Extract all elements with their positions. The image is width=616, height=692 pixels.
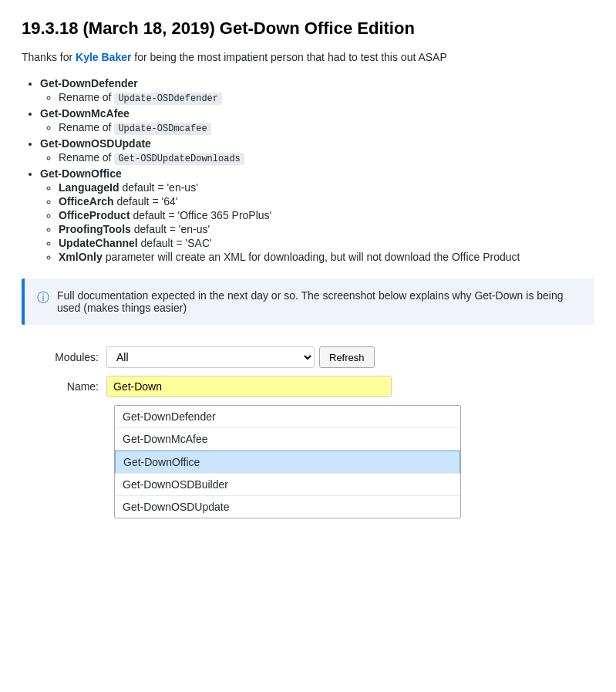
- name-label: Name:: [45, 380, 106, 393]
- list-item: Rename of Update-OSDmcafee: [59, 121, 594, 134]
- autocomplete-item[interactable]: Get-DownOSDUpdate: [115, 496, 460, 518]
- autocomplete-list: Get-DownDefender Get-DownMcAfee Get-Down…: [114, 405, 461, 518]
- sub-list: LanguageId default = 'en-us' OfficeArch …: [40, 181, 594, 263]
- name-row: Name:: [45, 376, 594, 397]
- item-name: Get-DownDefender: [40, 77, 138, 89]
- list-item: Get-DownDefender Rename of Update-OSDdef…: [40, 77, 594, 104]
- param-text: default = '64': [114, 195, 178, 208]
- code-tag: Update-OSDdefender: [114, 93, 222, 105]
- refresh-button[interactable]: Refresh: [319, 346, 375, 368]
- intro-suffix: for being the most impatient person that…: [131, 51, 446, 63]
- author-link[interactable]: Kyle Baker: [76, 51, 131, 63]
- list-item: Get-DownMcAfee Rename of Update-OSDmcafe…: [40, 107, 594, 134]
- item-name: Get-DownOffice: [40, 167, 122, 180]
- list-item: Rename of Get-OSDUpdateDownloads: [59, 151, 594, 164]
- list-item: XmlOnly parameter will create an XML for…: [59, 251, 594, 263]
- page-title: 19.3.18 (March 18, 2019) Get-Down Office…: [22, 19, 594, 39]
- param-bold: OfficeProduct: [59, 209, 130, 221]
- list-item: Rename of Update-OSDdefender: [59, 91, 594, 104]
- list-item: UpdateChannel default = 'SAC': [59, 237, 594, 249]
- param-bold: OfficeArch: [59, 195, 114, 208]
- list-item: OfficeProduct default = 'Office 365 ProP…: [59, 209, 594, 221]
- param-bold: UpdateChannel: [59, 237, 138, 249]
- form-section: Modules: All Get-Down Get-DownDefender G…: [22, 346, 594, 518]
- list-item: Get-DownOSDUpdate Rename of Get-OSDUpdat…: [40, 137, 594, 164]
- autocomplete-item[interactable]: Get-DownDefender: [115, 406, 460, 428]
- intro-text: Thanks for Kyle Baker for being the most…: [22, 51, 594, 63]
- modules-row: Modules: All Get-Down Get-DownDefender G…: [45, 346, 594, 368]
- item-name: Get-DownOSDUpdate: [40, 137, 151, 150]
- rename-label: Rename of: [59, 91, 114, 103]
- feature-list: Get-DownDefender Rename of Update-OSDdef…: [22, 77, 594, 263]
- param-text: default = 'SAC': [138, 237, 212, 249]
- rename-label: Rename of: [59, 151, 114, 164]
- param-text: default = 'en-us': [131, 223, 210, 235]
- info-icon: ⓘ: [37, 290, 49, 306]
- sub-list: Rename of Update-OSDmcafee: [40, 121, 594, 134]
- autocomplete-item-selected[interactable]: Get-DownOffice: [115, 451, 460, 474]
- list-item: OfficeArch default = '64': [59, 195, 594, 208]
- param-bold: LanguageId: [59, 181, 119, 194]
- list-item: Get-DownOffice LanguageId default = 'en-…: [40, 167, 594, 263]
- item-name: Get-DownMcAfee: [40, 107, 130, 120]
- param-bold: XmlOnly: [59, 251, 103, 263]
- info-box: ⓘ Full documentation expected in the nex…: [22, 278, 594, 325]
- info-box-text: Full documentation expected in the next …: [57, 289, 582, 314]
- autocomplete-item[interactable]: Get-DownOSDBuilder: [115, 474, 460, 496]
- code-tag: Get-OSDUpdateDownloads: [114, 153, 244, 165]
- sub-list: Rename of Get-OSDUpdateDownloads: [40, 151, 594, 164]
- list-item: ProofingTools default = 'en-us': [59, 223, 594, 235]
- param-text: default = 'en-us': [119, 181, 198, 194]
- sub-list: Rename of Update-OSDdefender: [40, 91, 594, 104]
- modules-controls: All Get-Down Get-DownDefender Get-DownMc…: [106, 346, 375, 368]
- autocomplete-item[interactable]: Get-DownMcAfee: [115, 428, 460, 451]
- param-bold: ProofingTools: [59, 223, 131, 235]
- param-text: parameter will create an XML for downloa…: [103, 251, 520, 263]
- name-input[interactable]: [106, 376, 392, 397]
- code-tag: Update-OSDmcafee: [114, 123, 210, 135]
- param-text: default = 'Office 365 ProPlus': [130, 209, 272, 221]
- intro-prefix: Thanks for: [22, 51, 76, 63]
- modules-label: Modules:: [45, 351, 106, 363]
- list-item: LanguageId default = 'en-us': [59, 181, 594, 194]
- modules-select[interactable]: All Get-Down Get-DownDefender Get-DownMc…: [106, 346, 315, 368]
- rename-label: Rename of: [59, 121, 114, 133]
